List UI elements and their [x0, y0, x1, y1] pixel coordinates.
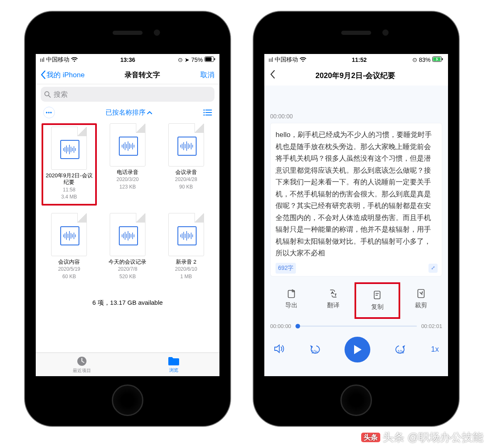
export-button[interactable]: 导出 [270, 282, 313, 316]
expand-button[interactable]: ⤢ [428, 264, 438, 273]
speed-button[interactable]: 1x [431, 345, 439, 354]
copy-label: 复制 [371, 303, 384, 311]
watermark: 头条 头条 @职场办公技能 [361, 430, 483, 445]
search-placeholder: 搜索 [54, 90, 68, 99]
file-item[interactable]: 会议录音2020/4/2890 KB [158, 123, 214, 206]
translate-icon [328, 288, 339, 299]
progress-end: 00:02:01 [421, 323, 442, 329]
crop-icon [416, 288, 426, 299]
file-date: 2020/7/8 [118, 266, 138, 273]
svg-rect-68 [442, 58, 443, 60]
svg-line-4 [49, 95, 50, 97]
status-bar: ııl 中国移动 13:36 ⊙ ➤ 75% [36, 54, 219, 66]
wifi-icon [71, 56, 78, 63]
translate-button[interactable]: 翻译 [313, 282, 355, 316]
nav-bar: 2020年9月2日-会议纪要 [264, 66, 448, 86]
crop-button[interactable]: 裁剪 [400, 282, 443, 316]
play-button[interactable] [345, 337, 370, 362]
file-name: 新录音 2 [176, 259, 197, 265]
file-thumbnail [51, 127, 87, 170]
file-date: 2020/6/10 [175, 266, 197, 273]
signal-icon: ııl [40, 56, 44, 63]
back-button[interactable] [270, 70, 275, 81]
audio-wave-icon [119, 226, 138, 245]
file-thumbnail [110, 213, 145, 256]
alarm-icon: ⊙ [178, 56, 183, 63]
watermark-text: 头条 @职场办公技能 [383, 430, 483, 445]
svg-point-5 [203, 109, 204, 110]
progress-slider[interactable] [295, 326, 417, 327]
back-button[interactable]: 我的 iPhone [41, 70, 85, 80]
transcript-text[interactable]: hello，刷手机已经成为不少人的习惯，要睡觉时手机也是随手放在枕头旁边。那么大… [270, 123, 442, 277]
file-name: 会议录音 [175, 169, 197, 176]
battery-label: 83% [419, 56, 431, 63]
home-button[interactable] [340, 384, 372, 416]
audio-wave-icon [177, 226, 197, 245]
volume-button[interactable] [273, 344, 284, 355]
phone-left: ııl 中国移动 13:36 ⊙ ➤ 75% [25, 12, 230, 426]
transcript-content: hello，刷手机已经成为不少人的习惯，要睡觉时手机也是随手放在枕头旁边。那么大… [276, 131, 432, 257]
front-camera [154, 29, 160, 36]
file-item[interactable]: 会议内容2020/5/1960 KB [42, 213, 97, 280]
rewind-button[interactable]: 10s [309, 345, 320, 354]
file-size: 3.4 MB [61, 194, 77, 201]
search-input[interactable]: 搜索 [41, 87, 214, 102]
clock: 11:52 [352, 56, 367, 63]
page-title: 2020年9月2日-会议纪要 [279, 71, 431, 81]
export-label: 导出 [285, 301, 298, 309]
file-item[interactable]: 电话录音2020/3/20123 KB [100, 123, 155, 206]
progress-start: 00:00:00 [270, 323, 291, 329]
file-thumbnail [110, 123, 145, 166]
sort-button[interactable]: 已按名称排序 [106, 108, 152, 117]
file-item[interactable]: 新录音 22020/6/101 MB [158, 213, 214, 280]
file-name: 2020年9月2日-会议纪要 [43, 172, 95, 186]
audio-wave-icon [60, 226, 79, 245]
file-size: 123 KB [119, 184, 135, 191]
chevron-up-icon [147, 111, 152, 114]
copy-button[interactable]: 复制 [355, 282, 400, 319]
alarm-icon: ⊙ [412, 56, 417, 63]
status-bar: ııl 中国移动 11:52 ⊙ 83% [264, 54, 448, 66]
clock-icon [76, 356, 87, 367]
wifi-icon [300, 56, 306, 63]
toutiao-badge: 头条 [361, 433, 380, 442]
front-camera [382, 29, 389, 36]
file-name: 电话录音 [117, 169, 138, 176]
export-icon [286, 288, 297, 299]
svg-rect-2 [214, 58, 215, 60]
carrier-label: 中国移动 [275, 56, 298, 64]
file-thumbnail [168, 213, 204, 256]
file-size: 520 KB [119, 274, 135, 280]
battery-icon [204, 56, 215, 63]
forward-button[interactable]: 10s [395, 345, 406, 354]
signal-icon: ııl [268, 56, 273, 63]
file-date: 2020/5/19 [58, 266, 80, 273]
translate-label: 翻译 [327, 301, 340, 309]
more-button[interactable]: ••• [43, 107, 55, 118]
audio-wave-icon [177, 137, 197, 156]
list-view-icon[interactable] [203, 109, 212, 116]
svg-rect-1 [205, 57, 212, 61]
svg-point-3 [45, 91, 49, 95]
file-date: 11:58 [63, 187, 75, 193]
file-date: 2020/3/20 [116, 176, 138, 183]
tab-browse-label: 浏览 [169, 367, 178, 373]
audio-wave-icon [60, 140, 79, 159]
file-item[interactable]: 2020年9月2日-会议纪要11:583.4 MB [42, 123, 97, 206]
svg-point-9 [203, 114, 204, 115]
tab-recent[interactable]: 最近项目 [36, 353, 128, 376]
storage-status: 6 项，13.17 GB available [36, 299, 219, 307]
clock: 13:36 [121, 56, 135, 63]
cancel-button[interactable]: 取消 [200, 70, 214, 80]
file-thumbnail [168, 123, 204, 166]
home-button[interactable] [112, 384, 143, 416]
file-item[interactable]: 今天的会议记录2020/7/8520 KB [100, 213, 155, 280]
file-name: 会议内容 [58, 259, 80, 265]
phone-right: ııl 中国移动 11:52 ⊙ 83% [254, 12, 459, 426]
file-size: 90 KB [179, 184, 193, 191]
tab-recent-label: 最近项目 [73, 367, 91, 374]
carrier-label: 中国移动 [46, 56, 69, 64]
svg-point-7 [203, 112, 204, 113]
tab-browse[interactable]: 浏览 [128, 353, 219, 376]
battery-label: 75% [191, 56, 203, 63]
